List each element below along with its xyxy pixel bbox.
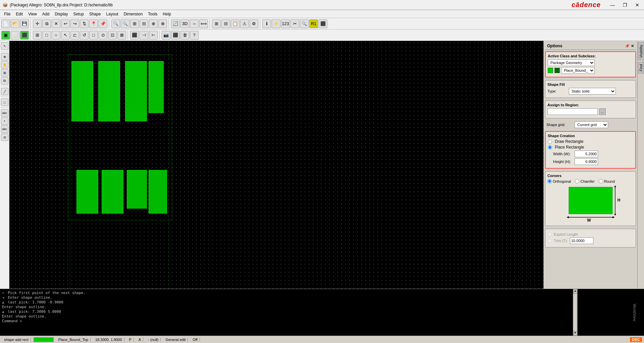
status-p-flag[interactable]: P [127, 338, 134, 342]
new-btn[interactable]: 📄 [1, 19, 10, 28]
tb2-btn2[interactable]: ⬜ [11, 31, 19, 40]
console[interactable]: × Pick first point of the next shape. ◄ … [0, 289, 573, 336]
tb2-select[interactable]: ↖ [61, 31, 70, 40]
rules-btn[interactable]: 📋 [231, 19, 239, 28]
shape-grid-dropdown[interactable]: Current grid [575, 121, 608, 128]
tb2-export2[interactable]: ⬛ [171, 31, 180, 40]
pin-icon[interactable]: 📌 [625, 44, 630, 48]
find-tab[interactable]: Find [638, 62, 644, 73]
redo-btn2[interactable]: ⇅ [80, 19, 89, 28]
tb2-help[interactable]: ? [190, 31, 199, 40]
orthogonal-label[interactable]: Orthogonal [553, 179, 571, 183]
zoom-fit-btn[interactable]: ⊞ [130, 19, 139, 28]
tb2-btn10[interactable]: ⊙ [99, 31, 107, 40]
assign-btn[interactable]: … [599, 108, 606, 115]
draw-rectangle-radio[interactable] [548, 139, 552, 144]
grid-btn[interactable]: ⊞ [212, 19, 221, 28]
maximize-button[interactable]: ❐ [621, 2, 629, 8]
menu-edit[interactable]: Edit [13, 11, 25, 17]
lt-rect[interactable]: □ [1, 99, 8, 106]
menu-dimension[interactable]: Dimension [121, 11, 146, 17]
mirror-btn[interactable]: ⟺ [199, 19, 208, 28]
cut-btn[interactable]: ✂ [290, 19, 299, 28]
zoom-in-btn[interactable]: 🔍 [111, 19, 120, 28]
close-button[interactable]: ✕ [633, 2, 641, 8]
tb2-cam[interactable]: 📷 [162, 31, 170, 40]
chamfer-radio[interactable] [575, 179, 579, 183]
delete-btn[interactable]: ✕ [52, 19, 60, 28]
route-btn[interactable]: 📌 [99, 19, 107, 28]
lt-line[interactable]: ╱ [1, 88, 8, 95]
menu-shape[interactable]: Shape [87, 11, 104, 17]
lt-text2[interactable]: abc [1, 125, 8, 133]
class-dropdown[interactable]: Package Geometry [548, 59, 595, 66]
round-label[interactable]: Round [604, 179, 615, 183]
tb2-ruler[interactable]: ⊢ [149, 31, 158, 40]
assign-input[interactable] [547, 108, 598, 115]
drc-badge[interactable]: DRC [630, 337, 642, 342]
tb2-btn13[interactable]: ⬛ [130, 31, 139, 40]
options-close-icon[interactable]: ✕ [631, 44, 634, 48]
zoom-area-btn[interactable]: ⊕ [149, 19, 158, 28]
menu-display[interactable]: Display [52, 11, 70, 17]
lt-copy[interactable]: ⧉ [1, 77, 8, 84]
round-radio[interactable] [599, 179, 603, 183]
menu-view[interactable]: View [25, 11, 40, 17]
settings-btn[interactable]: ⚙ [250, 19, 258, 28]
orthogonal-radio[interactable] [547, 179, 552, 183]
save-btn[interactable]: 💾 [20, 19, 29, 28]
tb2-btn5[interactable]: □ [42, 31, 51, 40]
minimize-button[interactable]: — [608, 2, 617, 8]
tb2-btn11[interactable]: ⊡ [108, 31, 117, 40]
tb2-pin[interactable]: ⊣ [140, 31, 148, 40]
warn-btn[interactable]: ⚡ [272, 19, 280, 28]
lt-select[interactable]: ↖ [1, 42, 8, 50]
width-input[interactable]: 5.2000 [575, 151, 598, 157]
flip-btn[interactable]: ↔ [190, 19, 199, 28]
zoom-prev-btn[interactable]: ⊗ [158, 19, 167, 28]
tb2-btn12[interactable]: ⊠ [117, 31, 126, 40]
menu-file[interactable]: File [1, 11, 13, 17]
snap-btn[interactable]: ⊟ [221, 19, 230, 28]
zoom-out-btn[interactable]: 🔍 [121, 19, 129, 28]
visibility-tab[interactable]: Visibility [638, 42, 644, 60]
lt-move[interactable]: ⊞ [1, 69, 8, 76]
menu-setup[interactable]: Setup [71, 11, 87, 17]
info-btn[interactable]: ℹ [262, 19, 271, 28]
open-btn[interactable]: 📂 [11, 19, 19, 28]
3d-btn[interactable]: 3D [180, 19, 189, 28]
tb2-btn4[interactable]: ⊞ [33, 31, 42, 40]
status-a-flag[interactable]: A [137, 338, 143, 342]
search-btn[interactable]: 🔍 [300, 19, 309, 28]
menu-add[interactable]: Add [40, 11, 52, 17]
tb2-btn1[interactable]: ▣ [1, 31, 10, 40]
undo-btn[interactable]: ↩ [61, 19, 70, 28]
scroll-track[interactable] [573, 294, 577, 331]
tb2-btn8[interactable]: ↺ [80, 31, 89, 40]
num-btn[interactable]: 123 [281, 19, 290, 28]
lt-zoom[interactable]: ⊕ [1, 53, 8, 60]
drc-btn[interactable]: ⚠ [240, 19, 249, 28]
height-input[interactable]: 6.9000 [575, 158, 598, 165]
r1-btn[interactable]: R1 [309, 19, 318, 28]
menu-help[interactable]: Help [160, 11, 174, 17]
place-rectangle-label[interactable]: Place Rectangle [555, 145, 584, 150]
export-btn[interactable]: ⬛ [319, 19, 327, 28]
lt-slash[interactable]: ⊘ [1, 133, 8, 141]
zoom-full-btn[interactable]: ⊟ [140, 19, 148, 28]
menu-tools[interactable]: Tools [145, 11, 160, 17]
subclass-dropdown[interactable]: Place_Bound_Top [561, 67, 595, 74]
lt-text1[interactable]: abc [1, 109, 8, 117]
tb2-btn3[interactable]: ⬛ [20, 31, 29, 40]
trim-input[interactable]: 10.0000 [570, 237, 593, 244]
type-dropdown[interactable]: Static solid [569, 88, 616, 95]
tb2-btn7[interactable]: ⊏ [70, 31, 79, 40]
draw-rectangle-label[interactable]: Draw Rectangle [555, 139, 583, 144]
menu-layout[interactable]: Layout [104, 11, 121, 17]
refresh-btn[interactable]: 🔄 [171, 19, 180, 28]
redo-btn1[interactable]: ↪ [70, 19, 79, 28]
tb2-del[interactable]: 🗑 [180, 31, 189, 40]
move-btn[interactable]: ✛ [33, 19, 42, 28]
lt-pan[interactable]: ✋ [1, 61, 8, 68]
copy-btn[interactable]: ⧉ [42, 19, 51, 28]
